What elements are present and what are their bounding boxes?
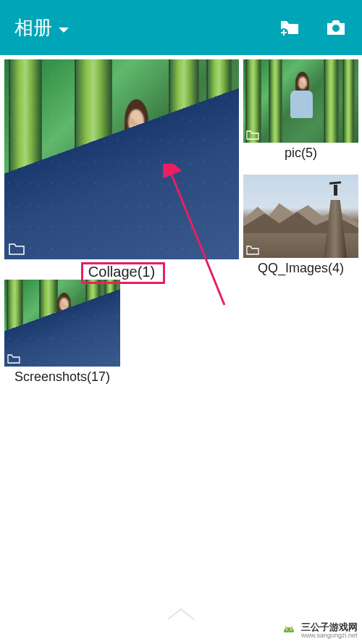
- svg-line-5: [285, 626, 287, 628]
- album-pic[interactable]: pic(5): [243, 59, 358, 164]
- folder-icon: [246, 130, 259, 140]
- svg-point-1: [332, 25, 340, 32]
- header-title-text: 相册: [14, 15, 52, 41]
- header-actions: [278, 16, 348, 39]
- folder-icon: [9, 242, 25, 255]
- svg-point-3: [286, 629, 287, 630]
- album-label: QQ_Images(4): [243, 258, 358, 279]
- gallery-grid: Collage(1) pic(5): [0, 55, 362, 67]
- camera-icon: [325, 18, 347, 37]
- folder-icon: [7, 354, 20, 364]
- album-qq-images[interactable]: QQ_Images(4): [243, 175, 358, 279]
- footer-brand: 三公子游戏网: [301, 622, 358, 632]
- footer-watermark: 三公子游戏网 www.sangongzi.net: [281, 622, 358, 640]
- header: 相册: [0, 0, 362, 55]
- camera-button[interactable]: [324, 16, 348, 39]
- svg-line-6: [291, 626, 292, 628]
- svg-point-4: [290, 629, 292, 630]
- footer-url: www.sangongzi.net: [301, 632, 358, 640]
- folder-icon: [246, 245, 259, 255]
- album-dropdown[interactable]: 相册: [14, 15, 70, 41]
- album-label: pic(5): [243, 143, 358, 164]
- album-collage[interactable]: Collage(1): [4, 59, 239, 285]
- add-folder-icon: [278, 18, 301, 37]
- add-folder-button[interactable]: [278, 16, 301, 39]
- chevron-down-icon: [58, 17, 70, 39]
- album-thumbnail: [243, 59, 358, 143]
- album-thumbnail: [4, 59, 239, 259]
- home-indicator-icon: [167, 608, 195, 621]
- album-label: Screenshots(17): [4, 367, 120, 388]
- album-thumbnail: [4, 280, 120, 367]
- android-icon: [281, 623, 297, 639]
- album-screenshots[interactable]: Screenshots(17): [4, 280, 120, 388]
- album-thumbnail: [243, 175, 358, 258]
